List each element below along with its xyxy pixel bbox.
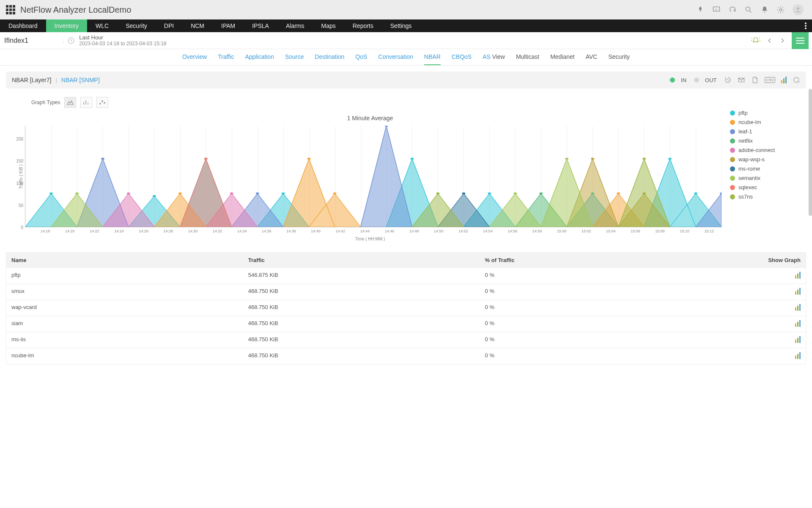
in-dot[interactable] xyxy=(670,77,675,83)
legend-label: sqlexec xyxy=(738,184,757,190)
legend-leaf-1[interactable]: leaf-1 xyxy=(730,128,798,135)
nav-dpi[interactable]: DPI xyxy=(156,19,182,32)
stray-char: ; xyxy=(63,38,64,44)
svg-rect-0 xyxy=(713,7,720,11)
legend-pftp[interactable]: pftp xyxy=(730,110,798,116)
svg-point-5 xyxy=(805,25,807,27)
legend-netflix[interactable]: netflix xyxy=(730,138,798,144)
csv-icon[interactable]: CSV xyxy=(765,77,775,83)
legend-label: leaf-1 xyxy=(738,128,752,135)
hamburger-menu[interactable] xyxy=(792,32,809,49)
nav-wlc[interactable]: WLC xyxy=(87,19,117,32)
svg-point-19 xyxy=(668,157,672,160)
show-graph-icon[interactable] xyxy=(795,288,801,295)
legend-ss7ns[interactable]: ss7ns xyxy=(730,193,798,200)
tab-security[interactable]: Security xyxy=(608,53,630,65)
bars-icon[interactable] xyxy=(781,77,787,83)
col-traffic-header[interactable]: Traffic xyxy=(248,257,485,263)
svg-point-2 xyxy=(780,9,782,11)
search-icon[interactable] xyxy=(744,6,753,14)
tab-cbqos[interactable]: CBQoS xyxy=(452,53,472,65)
headset-icon[interactable] xyxy=(728,6,737,14)
show-graph-icon[interactable] xyxy=(795,304,801,311)
graph-type-scatter[interactable] xyxy=(96,97,108,108)
nav-more-icon[interactable] xyxy=(799,19,812,32)
chart-plot[interactable] xyxy=(25,126,721,227)
subtab-layer7[interactable]: NBAR [Layer7] xyxy=(12,77,51,83)
tab-traffic[interactable]: Traffic xyxy=(218,53,234,65)
svg-point-38 xyxy=(204,157,208,160)
gear-icon[interactable] xyxy=(776,6,785,14)
table-row: smux 468.750 KiB 0 % xyxy=(6,284,806,300)
cell-name: ms-iis xyxy=(11,336,248,344)
legend-wap-wsp-s[interactable]: wap-wsp-s xyxy=(730,156,798,163)
table-header: Name Traffic % of Traffic Show Graph xyxy=(6,253,806,268)
col-pct-header[interactable]: % of Traffic xyxy=(485,257,722,263)
show-graph-icon[interactable] xyxy=(795,336,801,343)
cell-pct: 0 % xyxy=(485,272,722,280)
scrollbar[interactable] xyxy=(809,89,812,216)
bell-icon[interactable] xyxy=(760,6,769,14)
nav-security[interactable]: Security xyxy=(117,19,156,32)
tab-as-view[interactable]: AS View xyxy=(483,53,505,65)
legend-adobe-connect[interactable]: adobe-connect xyxy=(730,147,798,153)
legend-semantix[interactable]: semantix xyxy=(730,175,798,181)
svg-point-10 xyxy=(102,101,103,102)
show-graph-icon[interactable] xyxy=(795,272,801,279)
svg-point-30 xyxy=(127,193,130,195)
nav-ipam[interactable]: IPAM xyxy=(213,19,244,32)
tab-medianet[interactable]: Medianet xyxy=(550,53,575,65)
out-dot[interactable] xyxy=(694,77,699,83)
nav-reports[interactable]: Reports xyxy=(344,19,382,32)
subtab-snmp[interactable]: NBAR [SNMP] xyxy=(61,77,100,83)
graph-type-area[interactable] xyxy=(64,97,76,108)
tab-nbar[interactable]: NBAR xyxy=(424,53,441,65)
tab-conversation[interactable]: Conversation xyxy=(378,53,413,65)
tab-source[interactable]: Source xyxy=(285,53,304,65)
presentation-icon[interactable] xyxy=(712,6,721,14)
time-range-block[interactable]: Last Hour 2023-04-03 14:18 to 2023-04-03… xyxy=(79,34,166,47)
divider: | xyxy=(55,77,57,83)
cell-traffic: 468.750 KiB xyxy=(248,336,485,344)
nav-alarms[interactable]: Alarms xyxy=(277,19,313,32)
x-tick: 14:38 xyxy=(279,229,303,233)
x-tick: 14:34 xyxy=(230,229,254,233)
tab-destination[interactable]: Destination xyxy=(315,53,344,65)
tab-avc[interactable]: AVC xyxy=(586,53,598,65)
graph-type-bar[interactable] xyxy=(80,97,92,108)
user-avatar[interactable] xyxy=(793,4,804,15)
alert-bell-icon[interactable] xyxy=(751,36,760,45)
legend-ms-rome[interactable]: ms-rome xyxy=(730,166,798,172)
chart-legend: pftpncube-lmleaf-1netflixadobe-connectwa… xyxy=(721,97,798,241)
tab-overview[interactable]: Overview xyxy=(182,53,207,65)
nav-ipsla[interactable]: IPSLA xyxy=(244,19,277,32)
tab-multicast[interactable]: Multicast xyxy=(516,53,539,65)
history-icon[interactable] xyxy=(724,76,732,84)
legend-swatch xyxy=(730,185,735,190)
clock-icon xyxy=(67,37,75,44)
svg-point-34 xyxy=(462,193,465,195)
show-graph-icon[interactable] xyxy=(795,320,801,327)
nav-settings[interactable]: Settings xyxy=(382,19,420,32)
nav-inventory[interactable]: Inventory xyxy=(46,19,88,32)
legend-ncube-lm[interactable]: ncube-lm xyxy=(730,119,798,125)
svg-point-11 xyxy=(104,102,105,103)
tab-qos[interactable]: QoS xyxy=(355,53,367,65)
refresh-icon[interactable] xyxy=(793,76,800,84)
legend-sqlexec[interactable]: sqlexec xyxy=(730,184,798,190)
nav-ncm[interactable]: NCM xyxy=(182,19,213,32)
chevron-right-icon[interactable] xyxy=(779,37,786,44)
show-graph-icon[interactable] xyxy=(795,352,801,359)
rocket-icon[interactable] xyxy=(696,6,705,14)
pdf-icon[interactable] xyxy=(751,76,759,84)
tab-application[interactable]: Application xyxy=(245,53,274,65)
svg-point-16 xyxy=(411,157,414,160)
chevron-left-icon[interactable] xyxy=(766,37,773,44)
col-name-header[interactable]: Name xyxy=(11,257,248,263)
x-tick: 14:30 xyxy=(181,229,205,233)
svg-point-13 xyxy=(153,195,156,197)
apps-grid-icon[interactable] xyxy=(6,5,15,14)
nav-maps[interactable]: Maps xyxy=(313,19,344,32)
mail-icon[interactable] xyxy=(738,76,745,84)
nav-dashboard[interactable]: Dashboard xyxy=(0,19,46,32)
